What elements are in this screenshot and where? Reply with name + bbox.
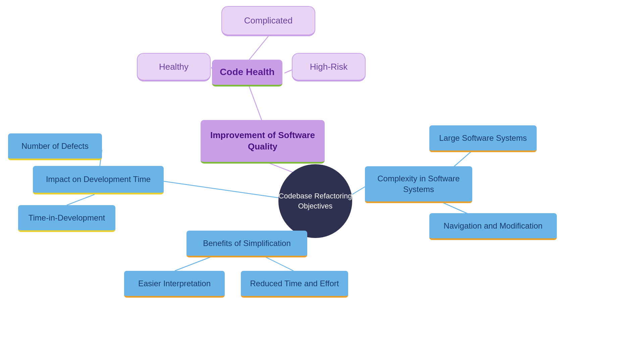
center-label: Codebase Refactoring Objectives (278, 191, 352, 211)
improvement-label: Improvement of Software Quality (208, 130, 317, 153)
large-systems-node[interactable]: Large Software Systems (429, 125, 537, 152)
nav-modify-label: Navigation and Modification (444, 221, 543, 231)
svg-line-10 (265, 257, 293, 271)
svg-line-9 (175, 257, 211, 271)
complicated-node[interactable]: Complicated (221, 6, 315, 36)
code-health-label: Code Health (220, 66, 274, 78)
time-in-dev-node[interactable]: Time-in-Development (18, 205, 115, 232)
impact-dev-node[interactable]: Impact on Development Time (33, 166, 164, 194)
improvement-node[interactable]: Improvement of Software Quality (201, 120, 325, 164)
easier-interp-node[interactable]: Easier Interpretation (124, 271, 225, 298)
large-systems-label: Large Software Systems (439, 133, 527, 143)
benefits-simp-node[interactable]: Benefits of Simplification (186, 231, 307, 257)
healthy-label: Healthy (159, 62, 189, 72)
svg-line-0 (249, 36, 268, 60)
time-in-dev-label: Time-in-Development (29, 213, 105, 223)
svg-line-7 (67, 194, 95, 205)
num-defects-node[interactable]: Number of Defects (8, 133, 102, 160)
complicated-label: Complicated (244, 15, 293, 26)
num-defects-label: Number of Defects (21, 141, 89, 151)
reduced-time-label: Reduced Time and Effort (250, 278, 339, 289)
code-health-node[interactable]: Code Health (212, 60, 282, 86)
svg-line-13 (439, 201, 470, 215)
complexity-node[interactable]: Complexity in Software Systems (365, 166, 472, 203)
healthy-node[interactable]: Healthy (137, 53, 211, 81)
svg-line-3 (249, 86, 262, 120)
reduced-time-node[interactable]: Reduced Time and Effort (241, 271, 348, 298)
center-node[interactable]: Codebase Refactoring Objectives (278, 164, 352, 238)
benefits-simp-label: Benefits of Simplification (203, 238, 290, 248)
high-risk-node[interactable]: High-Risk (292, 53, 366, 81)
impact-dev-label: Impact on Development Time (46, 174, 151, 184)
easier-interp-label: Easier Interpretation (138, 278, 211, 289)
high-risk-label: High-Risk (310, 62, 348, 72)
complexity-label: Complexity in Software Systems (372, 173, 466, 194)
svg-line-5 (162, 181, 278, 198)
nav-modify-node[interactable]: Navigation and Modification (429, 213, 557, 240)
